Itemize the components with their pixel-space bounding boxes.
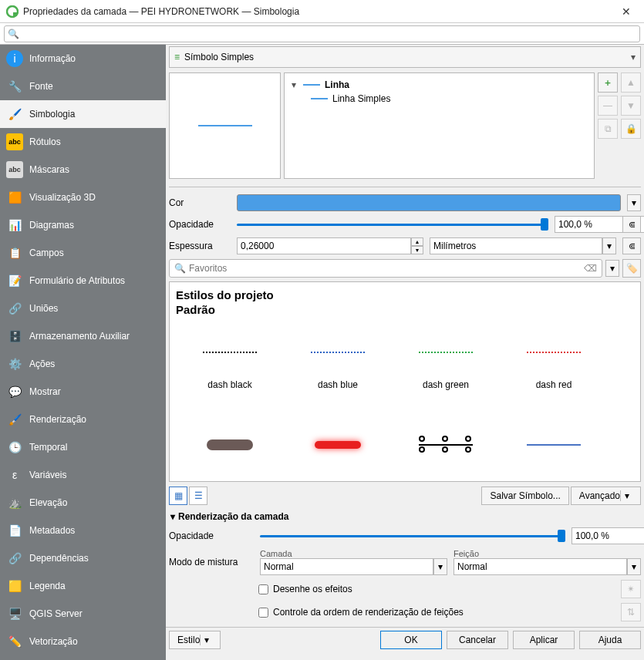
order-settings-button[interactable]: ⇅: [621, 603, 641, 621]
sidebar-label: Ações: [29, 359, 55, 369]
sidebar-item-information[interactable]: iInformação: [0, 45, 166, 72]
effects-settings-button[interactable]: ✴: [621, 580, 641, 598]
favorites-filter-button[interactable]: ▾: [605, 260, 619, 277]
dash-red-icon: [527, 352, 581, 353]
apply-button[interactable]: Aplicar: [513, 631, 575, 649]
add-layer-button[interactable]: ＋: [598, 72, 618, 93]
dash-green-icon: [419, 352, 473, 353]
style-item-dash-green[interactable]: dash green: [392, 318, 500, 410]
style-item-arrows-line[interactable]: [392, 410, 500, 482]
sidebar-item-source[interactable]: 🔧Fonte: [0, 72, 166, 100]
sidebar-item-temporal[interactable]: 🕒Temporal: [0, 433, 166, 461]
color-options-button[interactable]: ▾: [627, 194, 641, 211]
sidebar-item-elevation[interactable]: ⛰️Elevação: [0, 489, 166, 517]
style-item-pill-dark[interactable]: [176, 410, 284, 482]
width-spinbox[interactable]: ▲▼: [237, 237, 423, 254]
sidebar-item-display[interactable]: 💬Mostrar: [0, 378, 166, 406]
blend-feature-sublabel: Feição: [453, 549, 641, 558]
sidebar-item-fields[interactable]: 📋Campos: [0, 239, 166, 267]
blend-feature-dropdown[interactable]: ▾: [453, 558, 641, 575]
sidebar-item-server[interactable]: 🖥️QGIS Server: [0, 600, 166, 628]
advanced-button[interactable]: Avançado▾: [571, 487, 641, 505]
unit-value[interactable]: [430, 237, 602, 254]
sidebar-item-rendering[interactable]: 🖌️Renderização: [0, 406, 166, 433]
sidebar-item-symbology[interactable]: 🖌️Simbologia: [0, 100, 166, 128]
spin-down[interactable]: ▼: [411, 246, 423, 254]
sidebar-item-diagrams[interactable]: 📊Diagramas: [0, 211, 166, 239]
sidebar-item-metadata[interactable]: 📄Metadados: [0, 517, 166, 544]
styles-list[interactable]: Estilos do projeto Padrão dash black das…: [169, 281, 641, 482]
sidebar-item-dependencies[interactable]: 🔗Dependências: [0, 544, 166, 572]
cancel-button[interactable]: Cancelar: [447, 631, 508, 649]
sidebar-label: Legenda: [29, 581, 66, 591]
opacity-spinbox[interactable]: ▲▼: [555, 216, 616, 233]
list-view-button[interactable]: ☰: [189, 487, 207, 505]
spin-up[interactable]: ▲: [411, 237, 423, 246]
form-icon: 📝: [6, 272, 23, 289]
preview-line-icon: [198, 125, 252, 126]
sidebar-item-variables[interactable]: εVariáveis: [0, 461, 166, 489]
sidebar-item-joins[interactable]: 🔗Uniões: [0, 295, 166, 322]
save-symbol-button[interactable]: Salvar Símbolo...: [481, 487, 568, 505]
style-item-dash-black[interactable]: dash black: [176, 318, 284, 410]
style-label: dash blue: [318, 379, 358, 390]
order-control-checkbox[interactable]: [258, 608, 268, 618]
move-up-button[interactable]: ▲: [621, 72, 641, 93]
sidebar-item-actions[interactable]: ⚙️Ações: [0, 350, 166, 378]
style-menu-button[interactable]: Estilo▾: [169, 631, 221, 649]
layer-rendering-toggle[interactable]: ▾ Renderização da camada: [166, 508, 644, 525]
close-button[interactable]: ✕: [615, 5, 638, 18]
chevron-down-icon[interactable]: ▾: [433, 558, 447, 575]
blend-layer-dropdown[interactable]: ▾: [260, 558, 447, 575]
unit-dropdown[interactable]: ▾: [430, 237, 616, 254]
move-down-button[interactable]: ▼: [621, 96, 641, 116]
lock-button[interactable]: 🔒: [621, 119, 641, 139]
sidebar-item-masks[interactable]: abcMáscaras: [0, 156, 166, 184]
width-value[interactable]: [237, 237, 411, 254]
clear-icon[interactable]: ⌫: [584, 263, 597, 274]
sidebar-label: Formulário de Atributos: [29, 275, 125, 286]
chevron-down-icon[interactable]: ▾: [602, 237, 616, 254]
cancel-label: Cancelar: [459, 635, 496, 645]
search-input[interactable]: [4, 25, 640, 42]
sidebar-item-auxstorage[interactable]: 🗄️Armazenamento Auxiliar: [0, 322, 166, 350]
sidebar-item-attrform[interactable]: 📝Formulário de Atributos: [0, 267, 166, 295]
opacity-slider[interactable]: [237, 216, 548, 233]
width-expression-button[interactable]: ⋐: [622, 237, 641, 254]
dialog-footer: Estilo▾ OK Cancelar Aplicar Ajuda: [166, 627, 644, 652]
style-item-pill-red[interactable]: [284, 410, 392, 482]
grid-view-button[interactable]: ▦: [169, 487, 187, 505]
line-sample-icon: [303, 84, 320, 86]
favorites-input[interactable]: [189, 263, 584, 274]
brush-icon: 🖌️: [6, 106, 23, 123]
renderer-dropdown[interactable]: ≡ Símbolo Simples ▾: [169, 46, 641, 68]
color-picker[interactable]: [237, 194, 621, 211]
blend-layer-value[interactable]: [260, 558, 433, 575]
sidebar-item-labels[interactable]: abcRótulos: [0, 128, 166, 156]
draw-effects-checkbox[interactable]: [258, 584, 268, 594]
favorites-search[interactable]: 🔍 ⌫: [169, 259, 602, 278]
remove-layer-button[interactable]: —: [598, 96, 618, 116]
style-item-dash-blue[interactable]: dash blue: [284, 318, 392, 410]
duplicate-layer-button[interactable]: ⧉: [598, 119, 618, 139]
help-button[interactable]: Ajuda: [579, 631, 641, 649]
style-item-dash-red[interactable]: dash red: [500, 318, 608, 410]
sidebar-item-legend[interactable]: 🟨Legenda: [0, 572, 166, 600]
sidebar-label: Temporal: [29, 442, 67, 453]
tags-button[interactable]: 🏷️: [622, 259, 641, 278]
tree-root-item[interactable]: ▾ Linha: [289, 78, 589, 92]
style-item-solid-blue[interactable]: [500, 410, 608, 482]
sidebar-item-3dview[interactable]: 🟧Visualização 3D: [0, 184, 166, 211]
render-opacity-spinbox[interactable]: ▲▼: [572, 527, 641, 544]
collapse-icon[interactable]: ▾: [289, 79, 298, 90]
symbol-layers-tree[interactable]: ▾ Linha Linha Simples: [284, 72, 595, 179]
opacity-expression-button[interactable]: ⋐: [622, 216, 641, 233]
render-opacity-slider[interactable]: [260, 527, 565, 544]
blend-feature-value[interactable]: [453, 558, 627, 575]
render-opacity-value[interactable]: [572, 527, 644, 544]
join-icon: 🔗: [6, 300, 23, 317]
ok-button[interactable]: OK: [380, 631, 442, 649]
chevron-down-icon[interactable]: ▾: [627, 558, 641, 575]
tree-child-item[interactable]: Linha Simples: [289, 92, 589, 106]
sidebar-item-digitize[interactable]: ✏️Vetorização: [0, 628, 166, 655]
